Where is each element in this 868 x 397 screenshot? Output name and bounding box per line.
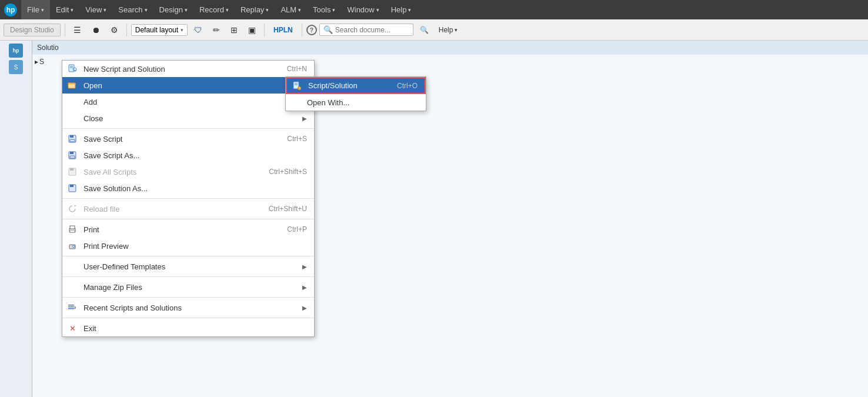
hp-logo-icon: hp	[4, 4, 17, 16]
toolbar-sep-2	[126, 24, 127, 36]
menu-save-script[interactable]: Save Script Ctrl+S	[62, 131, 314, 147]
search-input[interactable]	[335, 26, 406, 34]
menu-item-alm[interactable]: ALM ▾	[275, 0, 307, 19]
search-icon: 🔍	[323, 25, 333, 34]
hpln-button[interactable]: HPLN	[269, 24, 298, 36]
design-studio-button[interactable]: Design Studio	[4, 24, 61, 36]
layout-alt-icon: ▣	[248, 25, 256, 35]
solution-panel: Solutio	[32, 41, 868, 55]
tree-expand-icon[interactable]: ▸	[35, 58, 38, 66]
file-menu: New Script and Solution Ctrl+N Open ▶ Ad…	[62, 60, 315, 337]
menu-item-search[interactable]: Search ▾	[112, 0, 153, 19]
chevron-down-icon: ▾	[266, 7, 269, 13]
menu-item-record[interactable]: Record ▾	[193, 0, 235, 19]
submenu-script-solution[interactable]: S Script/Solution Ctrl+O	[286, 77, 426, 94]
new-script-icon	[67, 64, 78, 74]
layout-label: Default layout	[135, 26, 178, 34]
app-logo: hp	[2, 2, 19, 18]
svg-rect-18	[70, 226, 75, 229]
menu-manage-zip[interactable]: Manage Zip Files ▶	[62, 279, 314, 295]
submenu-arrow-icon: ▶	[302, 115, 307, 122]
menu-save-script-as[interactable]: Save Script As...	[62, 147, 314, 164]
svg-rect-7	[70, 135, 74, 138]
toolbar-sep-3	[264, 24, 265, 36]
recent-icon	[67, 302, 78, 313]
submenu-arrow-icon: ▶	[302, 263, 307, 270]
menu-add[interactable]: Add ▶	[62, 94, 314, 110]
menu-divider-7	[62, 318, 314, 318]
menu-print[interactable]: Print Ctrl+P	[62, 221, 314, 238]
chevron-down-icon: ▾	[181, 27, 183, 33]
layout-btn-2[interactable]: ▣	[244, 23, 260, 37]
menu-save-solution-as[interactable]: Save Solution As...	[62, 180, 314, 196]
main-area: hp S Solutio ▸ S ;	[0, 41, 868, 397]
chevron-down-icon: ▾	[408, 7, 411, 13]
print-icon	[67, 224, 78, 235]
search-btn[interactable]: 🔍	[416, 24, 433, 36]
open-icon	[67, 80, 78, 91]
submenu-arrow-icon: ▶	[302, 305, 307, 311]
menu-exit[interactable]: ✕ Exit	[62, 320, 314, 336]
script-solution-icon: S	[292, 81, 302, 91]
save-solution-icon	[67, 183, 78, 194]
menu-item-window[interactable]: Window ▾	[341, 0, 385, 19]
menu-item-replay[interactable]: Replay ▾	[235, 0, 275, 19]
help-button[interactable]: Help ▾	[435, 24, 462, 36]
reload-icon	[67, 203, 78, 214]
shield-button[interactable]: 🛡	[190, 23, 206, 37]
grid-button[interactable]: ⊞	[226, 23, 242, 37]
menu-item-edit[interactable]: Edit ▾	[50, 0, 79, 19]
menu-print-preview[interactable]: Print Preview	[62, 238, 314, 254]
solution-icon: S	[14, 64, 18, 71]
svg-rect-15	[70, 185, 74, 187]
menu-divider-2	[62, 198, 314, 199]
sidebar-icon-solution[interactable]: S	[9, 60, 23, 74]
menu-open[interactable]: Open ▶	[62, 77, 314, 94]
save-icon	[67, 134, 78, 144]
lines-icon-button[interactable]: ☰	[69, 23, 85, 37]
menu-item-tools[interactable]: Tools ▾	[307, 0, 341, 19]
save-as-icon	[67, 150, 78, 161]
pencil-button[interactable]: ✏	[209, 23, 224, 37]
search-magnifier-icon: 🔍	[420, 26, 429, 34]
toolbar: Design Studio ☰ ⏺ ⚙ Default layout ▾ 🛡 ✏…	[0, 19, 868, 41]
menu-item-file[interactable]: File ▾	[21, 0, 50, 19]
record-circle-icon: ⏺	[92, 25, 100, 35]
help-question-icon[interactable]: ?	[306, 25, 317, 35]
menu-divider-6	[62, 297, 314, 298]
print-preview-icon	[67, 241, 78, 251]
submenu-open-with[interactable]: Open With...	[286, 94, 426, 111]
menubar: hp File ▾ Edit ▾ View ▾ Search ▾ Design …	[0, 0, 868, 19]
svg-rect-19	[70, 231, 75, 232]
exit-icon: ✕	[67, 323, 78, 333]
menu-recent-scripts[interactable]: Recent Scripts and Solutions ▶	[62, 299, 314, 316]
chevron-down-icon: ▾	[145, 7, 148, 13]
chevron-down-icon: ▾	[455, 27, 458, 33]
menu-save-all-scripts: Save All Scripts Ctrl+Shift+S	[62, 164, 314, 180]
menu-divider-4	[62, 256, 314, 256]
shield-icon: 🛡	[194, 25, 202, 35]
open-submenu: S Script/Solution Ctrl+O Open With...	[285, 76, 426, 111]
sidebar: hp S	[0, 41, 32, 397]
menu-divider-1	[62, 128, 314, 129]
replay-icon: ⚙	[111, 25, 118, 35]
chevron-down-icon: ▾	[41, 7, 44, 13]
replay-icon-button[interactable]: ⚙	[106, 23, 122, 37]
svg-rect-10	[70, 152, 74, 154]
hp-small-icon: hp	[13, 48, 19, 54]
menu-new-script[interactable]: New Script and Solution Ctrl+N	[62, 61, 314, 77]
record-icon-button[interactable]: ⏺	[88, 23, 104, 37]
svg-marker-26	[75, 306, 76, 309]
menu-item-help[interactable]: Help ▾	[385, 0, 418, 19]
chevron-down-icon: ▾	[332, 7, 335, 13]
layout-dropdown[interactable]: Default layout ▾	[131, 24, 188, 36]
menu-item-design[interactable]: Design ▾	[153, 0, 193, 19]
search-box[interactable]: 🔍	[319, 24, 413, 36]
menu-close[interactable]: Close ▶	[62, 110, 314, 126]
chevron-down-icon: ▾	[298, 7, 301, 13]
svg-marker-16	[74, 205, 76, 207]
grid-icon: ⊞	[231, 25, 238, 35]
menu-item-view[interactable]: View ▾	[79, 0, 112, 19]
menu-user-templates[interactable]: User-Defined Templates ▶	[62, 258, 314, 275]
sidebar-icon-hp[interactable]: hp	[9, 44, 23, 58]
